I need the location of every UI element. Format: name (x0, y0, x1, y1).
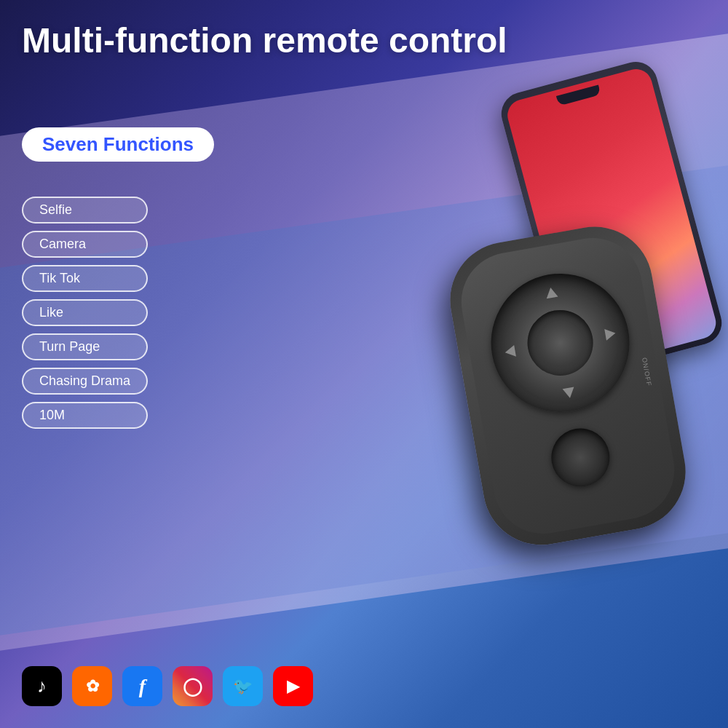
social-icons-row: ♪✿f◯🐦▶ (22, 666, 313, 706)
arrow-right-icon (604, 328, 617, 341)
feature-pill-10m: 10M (22, 402, 148, 429)
social-icon-instagram[interactable]: ◯ (173, 666, 213, 706)
arrow-down-icon (563, 387, 576, 400)
feature-pill-label: Camera (39, 237, 86, 251)
feature-pill-label: Turn Page (39, 339, 100, 354)
social-icon-youtube[interactable]: ▶ (273, 666, 313, 706)
social-icon-kuaishou[interactable]: ✿ (72, 666, 112, 706)
feature-pill-label: Selfie (39, 202, 72, 217)
ring-button[interactable] (480, 263, 641, 423)
feature-pill-label: Tik Tok (39, 271, 80, 285)
page-title: Multi-function remote control (22, 22, 706, 60)
background: ON/OFF Multi-function remote control Sev… (0, 0, 728, 728)
twitter-logo-icon: 🐦 (233, 677, 253, 696)
remote-inner-body: ON/OFF (454, 230, 682, 541)
feature-pill-turn-page: Turn Page (22, 333, 148, 360)
youtube-logo-icon: ▶ (287, 677, 299, 696)
seven-functions-label: Seven Functions (42, 133, 194, 156)
seven-functions-badge: Seven Functions (22, 127, 214, 162)
ring-button-center[interactable] (522, 305, 598, 381)
arrow-left-icon (504, 345, 516, 358)
feature-pill-label: 10M (39, 408, 65, 422)
kuaishou-logo-icon: ✿ (86, 677, 99, 696)
phone-notch (556, 84, 601, 106)
feature-pill-chasing-drama: Chasing Drama (22, 368, 148, 395)
feature-pill-like: Like (22, 299, 148, 326)
facebook-logo-icon: f (139, 675, 146, 698)
feature-pill-camera: Camera (22, 231, 148, 258)
on-off-label: ON/OFF (641, 357, 653, 387)
feature-pill-selfie: Selfie (22, 197, 148, 223)
feature-pill-tik-tok: Tik Tok (22, 265, 148, 292)
social-icon-facebook[interactable]: f (122, 666, 162, 706)
small-button[interactable] (547, 424, 614, 491)
arrow-up-icon (545, 287, 558, 299)
features-list: SelfieCameraTik TokLikeTurn PageChasing … (22, 197, 148, 429)
social-icon-tiktok[interactable]: ♪ (22, 666, 62, 706)
feature-pill-label: Like (39, 305, 63, 320)
tiktok-logo-icon: ♪ (37, 675, 47, 697)
social-icon-twitter[interactable]: 🐦 (223, 666, 263, 706)
feature-pill-label: Chasing Drama (39, 373, 130, 388)
instagram-logo-icon: ◯ (183, 676, 202, 697)
